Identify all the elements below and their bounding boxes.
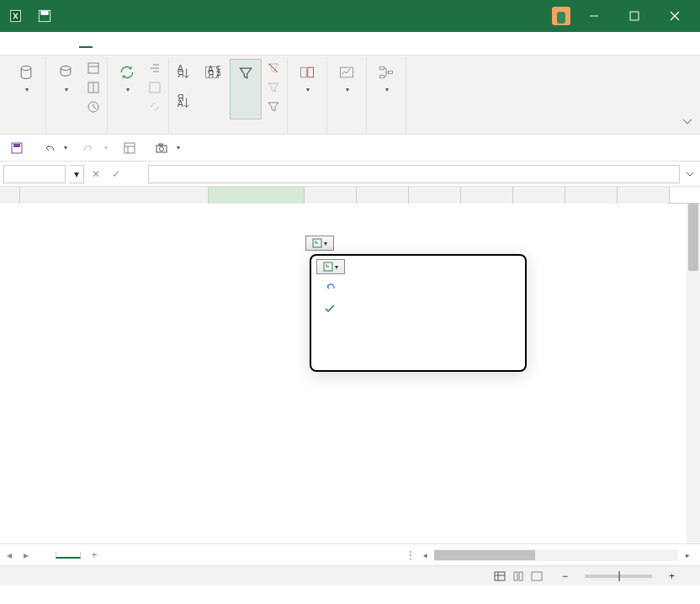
- user-avatar[interactable]: [552, 7, 570, 25]
- autosave-icon[interactable]: [35, 7, 54, 25]
- reapply-button[interactable]: [263, 78, 284, 97]
- menu-developer[interactable]: [125, 40, 138, 47]
- horizontal-scrollbar[interactable]: [434, 549, 678, 561]
- svg-point-8: [61, 66, 71, 71]
- refresh-icon: [115, 61, 139, 84]
- filter-button[interactable]: [230, 59, 262, 119]
- split-handle[interactable]: ⋮: [406, 549, 416, 561]
- sort-az-button[interactable]: АЯ: [172, 59, 194, 87]
- fx-icon[interactable]: [128, 165, 145, 183]
- filter-icon: [234, 61, 257, 85]
- flash-fill-context-menu: [310, 254, 527, 372]
- forecast-icon: [335, 61, 358, 84]
- svg-rect-38: [159, 144, 162, 146]
- formula-input[interactable]: [148, 165, 680, 183]
- menu-review[interactable]: [94, 40, 108, 47]
- qat-redo-button[interactable]: ▾: [79, 140, 111, 156]
- add-sheet-button[interactable]: +: [84, 549, 104, 561]
- menu-layout[interactable]: [49, 40, 62, 47]
- sheet-nav-next[interactable]: ▸: [24, 549, 37, 561]
- advanced-button[interactable]: [263, 98, 284, 116]
- col-header-d[interactable]: [357, 187, 409, 204]
- edit-links-button[interactable]: [145, 98, 165, 116]
- svg-rect-16: [150, 82, 160, 93]
- col-header-a[interactable]: [20, 187, 209, 204]
- col-header-b[interactable]: [209, 187, 305, 204]
- view-page-layout-button[interactable]: [510, 569, 527, 584]
- forecast-button[interactable]: ▾: [331, 59, 363, 119]
- select-all-corner[interactable]: [0, 187, 20, 204]
- svg-rect-44: [514, 572, 517, 580]
- svg-rect-45: [519, 572, 522, 580]
- col-header-f[interactable]: [461, 187, 513, 204]
- qat-undo-button[interactable]: ▾: [39, 140, 71, 156]
- sort-za-button[interactable]: ЯА: [172, 88, 194, 117]
- svg-rect-27: [341, 67, 353, 77]
- refresh-all-button[interactable]: ▾: [111, 59, 143, 119]
- flash-fill-options-button-inmenu[interactable]: [316, 259, 345, 274]
- structure-icon: [374, 61, 398, 84]
- flash-fill-options-button[interactable]: [305, 236, 334, 251]
- cancel-formula-icon[interactable]: ✕: [88, 165, 104, 183]
- view-page-break-button[interactable]: [528, 569, 545, 584]
- sheet-nav-prev[interactable]: ◂: [7, 549, 20, 561]
- menu-file[interactable]: [3, 40, 17, 47]
- excel-app-icon: [8, 7, 27, 25]
- menu-table-design[interactable]: [155, 40, 168, 47]
- col-header-e[interactable]: [409, 187, 461, 204]
- ctx-undo-flash-fill[interactable]: [316, 276, 520, 298]
- expand-formula-bar-icon[interactable]: [683, 169, 697, 179]
- get-external-data-button[interactable]: ▾: [10, 59, 42, 119]
- name-box-dropdown[interactable]: ▾: [69, 165, 84, 183]
- show-queries-button[interactable]: [83, 59, 103, 77]
- qat-save-button[interactable]: [7, 140, 30, 156]
- qat-other-button[interactable]: [119, 140, 143, 156]
- svg-rect-29: [380, 75, 384, 77]
- sheet-tab-1[interactable]: [56, 552, 81, 559]
- svg-text:А: А: [178, 98, 184, 109]
- vertical-scrollbar[interactable]: [687, 204, 700, 543]
- ctx-select-changed[interactable]: [316, 342, 520, 363]
- menu-insert[interactable]: [34, 40, 47, 47]
- data-tools-button[interactable]: ▾: [291, 59, 323, 119]
- hscroll-thumb[interactable]: [434, 550, 535, 560]
- col-header-h[interactable]: [565, 187, 618, 204]
- menu-view[interactable]: [109, 40, 123, 47]
- structure-button[interactable]: ▾: [370, 59, 402, 119]
- close-button[interactable]: [658, 0, 692, 32]
- svg-rect-28: [380, 66, 384, 69]
- col-header-g[interactable]: [513, 187, 565, 204]
- menu-data[interactable]: [79, 40, 93, 48]
- col-header-c[interactable]: [305, 187, 357, 204]
- menu-formulas[interactable]: [64, 40, 77, 47]
- svg-rect-25: [301, 67, 307, 77]
- name-box[interactable]: [3, 165, 66, 183]
- accept-formula-icon[interactable]: ✓: [108, 165, 125, 183]
- hscroll-right[interactable]: ▸: [681, 549, 693, 561]
- ctx-accept-suggestions[interactable]: [316, 298, 520, 320]
- zoom-out-button[interactable]: −: [562, 570, 568, 582]
- view-normal-button[interactable]: [491, 569, 508, 584]
- minimize-button[interactable]: [577, 0, 611, 32]
- create-query-button[interactable]: ▾: [50, 59, 82, 119]
- svg-point-37: [160, 146, 164, 151]
- connections-button[interactable]: [145, 59, 165, 77]
- collapse-ribbon-icon[interactable]: [681, 116, 693, 130]
- menu-help[interactable]: [140, 40, 153, 47]
- hscroll-left[interactable]: ◂: [419, 549, 431, 561]
- menu-home[interactable]: [19, 40, 32, 47]
- from-table-button[interactable]: [83, 78, 103, 97]
- svg-rect-33: [125, 143, 135, 153]
- recent-sources-button[interactable]: [83, 98, 103, 116]
- qat-camera-button[interactable]: ▾: [151, 140, 183, 156]
- clear-filter-button[interactable]: [263, 59, 284, 77]
- col-header-i[interactable]: [618, 187, 670, 204]
- properties-button[interactable]: [145, 78, 165, 97]
- zoom-in-button[interactable]: +: [669, 570, 675, 582]
- zoom-slider[interactable]: [585, 575, 652, 578]
- maximize-button[interactable]: [618, 0, 651, 32]
- vscroll-thumb[interactable]: [688, 204, 698, 271]
- sort-button[interactable]: А ЯЯ А: [196, 59, 228, 119]
- svg-rect-26: [308, 67, 314, 77]
- svg-text:Я А: Я А: [208, 70, 220, 79]
